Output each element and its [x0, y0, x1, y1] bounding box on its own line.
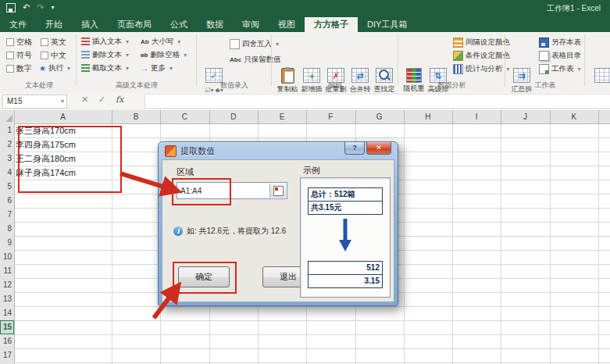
column-header-H[interactable]: H [404, 110, 452, 123]
redo-button[interactable]: ↷ [37, 2, 44, 12]
row-header-6[interactable]: 6 [0, 194, 14, 208]
qat-customize-button[interactable]: ▾ [51, 4, 54, 11]
clipped-ribbon-button[interactable] [590, 67, 610, 84]
dialog-title-bar[interactable]: 提取数值 [165, 145, 215, 157]
dialog-close-button[interactable]: ✕ [366, 142, 391, 155]
cell-A3[interactable]: 王二身高180cm [16, 152, 110, 166]
row-header-17[interactable]: 17 [0, 348, 14, 362]
tab-insert[interactable]: 插入 [72, 17, 108, 32]
table-icon [594, 68, 610, 83]
tab-ffcell[interactable]: 方方格子 [305, 17, 358, 32]
checkbox-icon [6, 65, 14, 73]
undo-button[interactable]: ↶ [23, 2, 30, 12]
column-header-G[interactable]: G [355, 110, 404, 123]
checkbox-english[interactable]: 英文 [41, 37, 66, 48]
keep-number-button[interactable]: Abc只保留数值 [230, 55, 281, 65]
column-header-K[interactable]: K [550, 110, 598, 123]
region-field [177, 182, 287, 199]
down-arrow-icon [339, 219, 351, 253]
row-header-4[interactable]: 4 [0, 166, 14, 180]
disk-icon [539, 37, 549, 48]
delete-text-button[interactable]: 删除文本 [81, 50, 129, 60]
stripes-icon [453, 37, 463, 48]
extract-text-icon [81, 64, 90, 73]
name-box[interactable]: M15▾ [2, 95, 67, 109]
group-divider [271, 34, 272, 86]
ribbon-tab-bar: 文件开始插入页面布局公式数据审阅视图方方格子DIY工具箱 告诉我您想要做什么..… [0, 17, 610, 32]
case-button[interactable]: Ab大小写 [141, 37, 180, 47]
interval-color-button[interactable]: 间隔设定颜色 [453, 37, 510, 48]
enter-icon[interactable]: ✓ [98, 95, 105, 105]
tab-diy-toolbox[interactable]: DIY工具箱 [358, 17, 416, 32]
execute-button[interactable]: ★执行 [39, 63, 70, 73]
row-header-16[interactable]: 16 [0, 334, 14, 348]
cancel-icon[interactable]: ✕ [81, 95, 88, 105]
tab-formulas[interactable]: 公式 [161, 17, 197, 32]
row-header-10[interactable]: 10 [0, 250, 14, 264]
range-picker-button[interactable] [269, 184, 286, 198]
condition-color-button[interactable]: 条件设定颜色 [453, 51, 510, 61]
extract-text-button[interactable]: 截取文本 [81, 63, 129, 73]
worksheet-button[interactable]: 工作表 [539, 64, 581, 74]
example-result-box: 512 3.15 [308, 261, 383, 288]
checkbox-symbol[interactable]: 符号 [6, 50, 32, 61]
region-input[interactable] [177, 183, 276, 198]
select-all-corner[interactable] [0, 110, 14, 123]
title-bar: ↶ ↷ ▾ 工作簿1 - Excel [0, 0, 610, 17]
row-header-7[interactable]: 7 [0, 208, 14, 222]
cell-A1[interactable]: 张三身高170cm [16, 123, 110, 137]
column-header-B[interactable]: B [112, 110, 160, 123]
group-divider [196, 34, 197, 86]
row-header-12[interactable]: 12 [0, 278, 14, 292]
bar-chart-icon [453, 64, 463, 74]
dialog-help-button[interactable]: ? [344, 142, 365, 155]
window-title: 工作簿1 - Excel [547, 3, 601, 14]
save-icon[interactable] [6, 3, 16, 12]
column-header-I[interactable]: I [452, 110, 501, 123]
column-header-C[interactable]: C [160, 110, 209, 123]
row-header-13[interactable]: 13 [0, 292, 14, 306]
row-header-2[interactable]: 2 [0, 137, 14, 152]
row-header-14[interactable]: 14 [0, 306, 14, 320]
formula-input[interactable] [144, 94, 610, 109]
remove-spaces-button[interactable]: ab删除空格 [141, 50, 187, 60]
dialog-body: 区域 i 如: 共12.6元，将提取为 12.6 确定 退出 示例 总计：512… [162, 159, 394, 302]
tab-home[interactable]: 开始 [36, 17, 72, 32]
row-header-5[interactable]: 5 [0, 180, 14, 194]
insert-function-icon[interactable]: fx [116, 95, 123, 105]
checkbox-digit[interactable]: 数字 [6, 63, 32, 74]
row-header-1[interactable]: 1 [0, 123, 14, 137]
row-header-11[interactable]: 11 [0, 264, 14, 278]
column-header-D[interactable]: D [209, 110, 258, 123]
column-header-F[interactable]: F [306, 110, 355, 123]
row-header-15[interactable]: 15 [0, 320, 14, 334]
name-box-dropdown-icon[interactable]: ▾ [61, 95, 64, 108]
group-divider [505, 34, 505, 86]
example-result-row: 3.15 [309, 274, 382, 287]
formula-bar: M15▾ ✕ ✓ fx [0, 92, 610, 111]
tab-page-layout[interactable]: 页面布局 [108, 17, 161, 32]
column-header-A[interactable]: A [14, 110, 112, 123]
ok-button[interactable]: 确定 [178, 266, 230, 287]
tab-view[interactable]: 视图 [269, 17, 305, 32]
tab-data[interactable]: 数据 [197, 17, 233, 32]
cell-A4[interactable]: 麻子身高174cm [16, 166, 110, 180]
statistics-button[interactable]: 统计与分析 [453, 64, 510, 74]
cell-A2[interactable]: 李四身高175cm [16, 137, 110, 152]
checkbox-chinese[interactable]: 中文 [41, 50, 66, 61]
row-header-3[interactable]: 3 [0, 152, 14, 166]
abc-icon: Abc [230, 56, 241, 63]
column-header-J[interactable]: J [501, 110, 549, 123]
column-header-E[interactable]: E [258, 110, 306, 123]
group-divider [398, 34, 398, 86]
save-as-sheet-button[interactable]: 另存本表 [539, 37, 581, 48]
row-header-8[interactable]: 8 [0, 222, 14, 236]
row-header-9[interactable]: 9 [0, 236, 14, 250]
tab-review[interactable]: 审阅 [233, 17, 269, 32]
checkbox-space[interactable]: 空格 [6, 37, 32, 48]
ribbon: 空格 符号 数字 英文 中文 ★执行 文本处理 插入文本 删除文本 截取文本 A… [0, 32, 610, 93]
tab-file[interactable]: 文件 [0, 17, 36, 32]
more-button[interactable]: →更多 [141, 63, 173, 73]
insert-text-button[interactable]: 插入文本 [81, 37, 129, 47]
table-directory-button[interactable]: 表格目录 [539, 51, 581, 61]
